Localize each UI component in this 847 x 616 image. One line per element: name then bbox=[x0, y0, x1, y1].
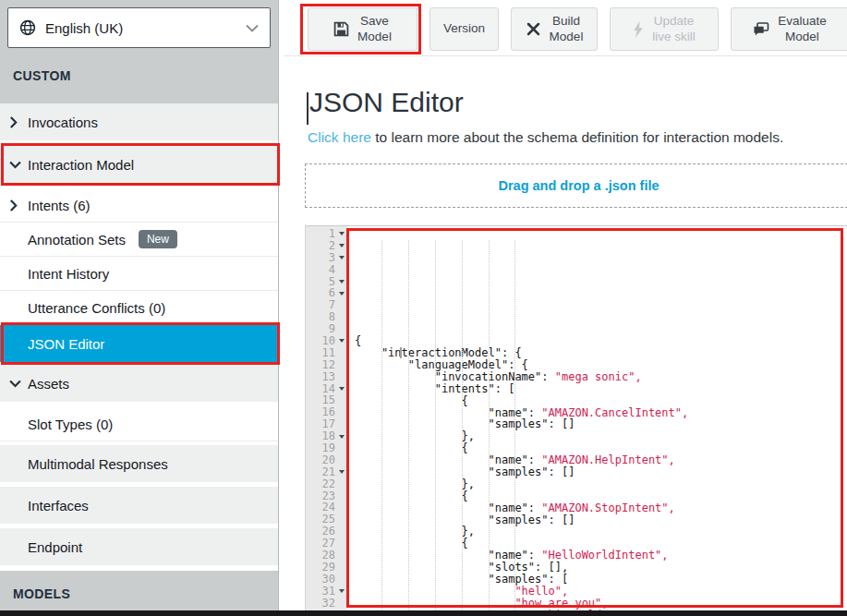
language-selector[interactable]: English (UK) bbox=[7, 7, 271, 48]
sidebar-item-label: Interfaces bbox=[28, 498, 89, 513]
indent-guide bbox=[408, 240, 409, 610]
sidebar-item-invocations[interactable]: Invocations bbox=[0, 103, 278, 140]
fold-spacer bbox=[335, 574, 347, 586]
click-here-link[interactable]: Click here bbox=[308, 129, 371, 145]
sidebar-item-label: JSON Editor bbox=[28, 336, 104, 352]
fold-arrow-icon[interactable] bbox=[335, 287, 347, 299]
sidebar-item-label: Annotation Sets bbox=[28, 232, 126, 248]
line-number: 2 bbox=[329, 240, 335, 252]
fold-spacer bbox=[335, 490, 347, 502]
fold-arrow-icon[interactable] bbox=[335, 466, 347, 478]
line-number: 11 bbox=[322, 347, 335, 359]
gutter-line: 12 bbox=[306, 359, 347, 371]
sidebar-item-label: Endpoint bbox=[28, 539, 82, 555]
dropzone[interactable]: Drag and drop a .json file bbox=[305, 163, 847, 208]
language-selector-label: English (UK) bbox=[45, 20, 246, 36]
sidebar-item-intents[interactable]: Intents (6) bbox=[0, 188, 278, 223]
gutter-line: 1 bbox=[306, 228, 347, 240]
gutter-line: 19 bbox=[306, 442, 347, 454]
chevron-right-icon bbox=[9, 199, 18, 211]
page-title: JSON Editor bbox=[309, 87, 464, 118]
schema-help-text: Click here to learn more about the schem… bbox=[308, 129, 783, 146]
fold-spacer bbox=[335, 359, 347, 371]
text-cursor bbox=[307, 92, 309, 125]
gutter-line: 30 bbox=[306, 574, 347, 586]
fold-arrow-icon[interactable] bbox=[335, 240, 347, 252]
line-number: 4 bbox=[329, 264, 335, 276]
fold-spacer bbox=[335, 562, 347, 574]
gutter-line: 22 bbox=[306, 478, 347, 490]
sidebar-nav: InvocationsInteraction ModelIntents (6)A… bbox=[0, 103, 278, 565]
gutter-line: 29 bbox=[306, 562, 347, 574]
code-lines: { "interactionModel": { "languageModel":… bbox=[347, 226, 847, 610]
gutter-line: 13 bbox=[306, 371, 347, 383]
line-number: 19 bbox=[322, 442, 335, 454]
sidebar-item-interaction-model[interactable]: Interaction Model bbox=[0, 146, 278, 183]
chat-icon bbox=[753, 22, 769, 37]
sidebar-item-label: Interaction Model bbox=[28, 157, 134, 173]
sidebar-item-assets[interactable]: Assets bbox=[0, 365, 278, 402]
sidebar-item-endpoint[interactable]: Endpoint bbox=[0, 528, 278, 565]
gutter-line: 4 bbox=[306, 264, 347, 276]
sidebar-item-label: Slot Types (0) bbox=[28, 417, 113, 432]
fold-spacer bbox=[335, 347, 347, 359]
fold-spacer bbox=[335, 550, 347, 562]
indent-guide bbox=[514, 240, 515, 610]
sidebar-item-utterance-conflicts[interactable]: Utterance Conflicts (0) bbox=[0, 291, 278, 325]
fold-arrow-icon[interactable] bbox=[335, 252, 347, 264]
fold-spacer bbox=[335, 454, 347, 466]
line-number: 13 bbox=[322, 371, 335, 383]
version-button[interactable]: Version bbox=[430, 7, 499, 51]
indent-guide bbox=[489, 240, 490, 610]
fold-spacer bbox=[335, 371, 347, 383]
gutter-line: 10 bbox=[306, 335, 347, 347]
code-editor[interactable]: 1234567891011121314151617181920212223242… bbox=[305, 225, 847, 610]
sidebar-item-slot-types[interactable]: Slot Types (0) bbox=[0, 407, 278, 441]
fold-arrow-icon[interactable] bbox=[335, 430, 347, 442]
sidebar-item-label: Multimodal Responses bbox=[28, 456, 168, 472]
fold-spacer bbox=[335, 513, 347, 525]
sidebar-item-annotation-sets[interactable]: Annotation SetsNew bbox=[0, 223, 278, 257]
sidebar: English (UK) CUSTOM InvocationsInteracti… bbox=[0, 0, 279, 616]
line-number: 3 bbox=[329, 252, 335, 264]
fold-spacer bbox=[335, 478, 347, 490]
sidebar-item-interfaces[interactable]: Interfaces bbox=[0, 487, 278, 524]
line-number: 12 bbox=[322, 359, 335, 371]
line-number: 10 bbox=[322, 335, 335, 347]
sidebar-item-intent-history[interactable]: Intent History bbox=[0, 257, 278, 291]
fold-arrow-icon[interactable] bbox=[335, 383, 347, 395]
gutter-line: 5 bbox=[306, 276, 347, 288]
sidebar-item-label: Intents (6) bbox=[28, 198, 91, 213]
gutter-line: 6 bbox=[306, 287, 347, 299]
custom-section-header: CUSTOM bbox=[13, 68, 271, 83]
fold-spacer bbox=[335, 501, 347, 513]
gutter-line: 28 bbox=[306, 550, 347, 562]
chevron-down-icon bbox=[9, 161, 21, 169]
fold-arrow-icon[interactable] bbox=[335, 335, 347, 347]
build-model-button[interactable]: Build Model bbox=[511, 7, 598, 51]
models-section-header: MODELS bbox=[0, 571, 278, 616]
gutter-line: 11 bbox=[306, 347, 347, 359]
gutter-line: 3 bbox=[306, 252, 347, 264]
indent-guide bbox=[462, 240, 463, 610]
chevron-down-icon bbox=[9, 380, 21, 388]
gutter-line: 20 bbox=[306, 454, 347, 466]
evaluate-model-label: Evaluate Model bbox=[778, 14, 827, 45]
sidebar-item-json-editor[interactable]: JSON Editor bbox=[0, 325, 278, 362]
line-number: 31 bbox=[322, 586, 335, 598]
update-live-skill-button[interactable]: Update live skill bbox=[610, 7, 719, 51]
fold-arrow-icon[interactable] bbox=[335, 586, 347, 598]
fold-spacer bbox=[335, 264, 347, 276]
sidebar-item-multimodal-responses[interactable]: Multimodal Responses bbox=[0, 445, 278, 482]
fold-arrow-icon[interactable] bbox=[335, 276, 347, 288]
save-model-button[interactable]: Save Model bbox=[308, 7, 417, 51]
build-icon bbox=[526, 21, 541, 37]
fold-arrow-icon[interactable] bbox=[335, 228, 347, 240]
fold-spacer bbox=[335, 525, 347, 537]
fold-spacer bbox=[335, 394, 347, 406]
fold-spacer bbox=[335, 323, 347, 335]
save-model-label: Save Model bbox=[357, 14, 392, 45]
new-badge: New bbox=[139, 230, 177, 248]
sidebar-item-label: Utterance Conflicts (0) bbox=[28, 300, 165, 316]
evaluate-model-button[interactable]: Evaluate Model bbox=[731, 7, 847, 51]
